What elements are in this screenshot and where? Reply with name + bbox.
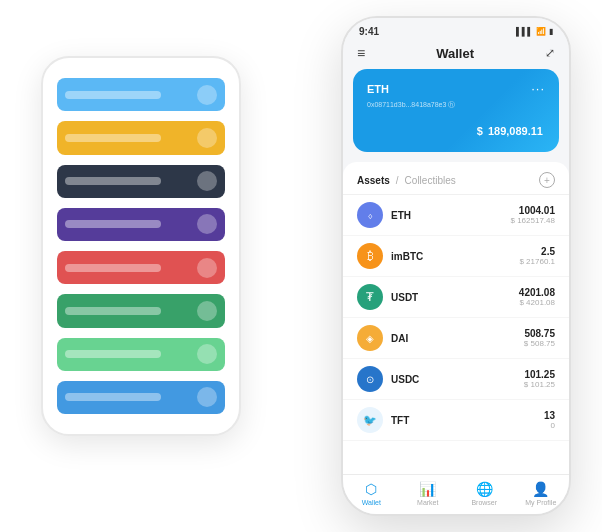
phone-header: ≡ Wallet ⤢: [343, 41, 569, 69]
bottom-nav: ⬡ Wallet 📊 Market 🌐 Browser 👤 My Profile: [343, 474, 569, 514]
eth-usd: $ 162517.48: [511, 216, 556, 225]
usdt-icon: ₮: [357, 284, 383, 310]
asset-item-tft[interactable]: 🐦 TFT 13 0: [343, 400, 569, 441]
usdt-asset-name: USDT: [391, 292, 519, 303]
imbtc-usd: $ 21760.1: [519, 257, 555, 266]
main-phone: 9:41 ▌▌▌ 📶 ▮ ≡ Wallet ⤢ ETH ··· 0x08711d…: [341, 16, 571, 516]
dai-icon: ◈: [357, 325, 383, 351]
tab-separator: /: [396, 175, 399, 186]
wifi-icon: 📶: [536, 27, 546, 36]
expand-icon[interactable]: ⤢: [545, 46, 555, 60]
eth-label: ETH: [367, 83, 389, 95]
bg-card-0: [57, 78, 225, 111]
tab-assets[interactable]: Assets: [357, 175, 390, 186]
imbtc-asset-name: imBTC: [391, 251, 519, 262]
currency-symbol: $: [477, 125, 486, 137]
eth-card[interactable]: ETH ··· 0x08711d3b...8418a78e3 ⓗ $ 189,0…: [353, 69, 559, 152]
market-nav-label: Market: [417, 499, 438, 506]
nav-market[interactable]: 📊 Market: [400, 481, 457, 506]
bg-card-5: [57, 294, 225, 327]
eth-amount: 1004.01: [511, 205, 556, 216]
bg-card-7: [57, 381, 225, 414]
usdc-amounts: 101.25 $ 101.25: [524, 369, 555, 389]
wallet-nav-label: Wallet: [362, 499, 381, 506]
signal-icon: ▌▌▌: [516, 27, 533, 36]
eth-amounts: 1004.01 $ 162517.48: [511, 205, 556, 225]
bg-card-2: [57, 165, 225, 198]
phone-content: ETH ··· 0x08711d3b...8418a78e3 ⓗ $ 189,0…: [343, 69, 569, 474]
eth-address: 0x08711d3b...8418a78e3 ⓗ: [367, 100, 545, 110]
bg-card-3: [57, 208, 225, 241]
status-time: 9:41: [359, 26, 379, 37]
imbtc-amounts: 2.5 $ 21760.1: [519, 246, 555, 266]
nav-browser[interactable]: 🌐 Browser: [456, 481, 513, 506]
status-bar: 9:41 ▌▌▌ 📶 ▮: [343, 18, 569, 41]
profile-nav-icon: 👤: [532, 481, 549, 497]
browser-nav-label: Browser: [471, 499, 497, 506]
assets-tabs: Assets / Collectibles: [357, 175, 456, 186]
imbtc-amount: 2.5: [519, 246, 555, 257]
asset-item-imbtc[interactable]: ₿ imBTC 2.5 $ 21760.1: [343, 236, 569, 277]
eth-icon: ⬨: [357, 202, 383, 228]
usdt-amounts: 4201.08 $ 4201.08: [519, 287, 555, 307]
usdt-amount: 4201.08: [519, 287, 555, 298]
battery-icon: ▮: [549, 27, 553, 36]
nav-profile[interactable]: 👤 My Profile: [513, 481, 570, 506]
bg-card-6: [57, 338, 225, 371]
asset-item-usdt[interactable]: ₮ USDT 4201.08 $ 4201.08: [343, 277, 569, 318]
nav-wallet[interactable]: ⬡ Wallet: [343, 481, 400, 506]
scene: 9:41 ▌▌▌ 📶 ▮ ≡ Wallet ⤢ ETH ··· 0x08711d…: [21, 16, 581, 516]
tft-icon: 🐦: [357, 407, 383, 433]
dai-amount: 508.75: [524, 328, 555, 339]
imbtc-icon: ₿: [357, 243, 383, 269]
browser-nav-icon: 🌐: [476, 481, 493, 497]
usdc-usd: $ 101.25: [524, 380, 555, 389]
eth-card-top: ETH ···: [367, 81, 545, 96]
tab-collectibles[interactable]: Collectibles: [405, 175, 456, 186]
usdc-icon: ⊙: [357, 366, 383, 392]
dai-amounts: 508.75 $ 508.75: [524, 328, 555, 348]
menu-icon[interactable]: ≡: [357, 45, 365, 61]
tft-amounts: 13 0: [544, 410, 555, 430]
wallet-nav-icon: ⬡: [365, 481, 377, 497]
asset-item-eth[interactable]: ⬨ ETH 1004.01 $ 162517.48: [343, 195, 569, 236]
wallet-title: Wallet: [436, 46, 474, 61]
market-nav-icon: 📊: [419, 481, 436, 497]
background-phone: [41, 56, 241, 436]
bg-card-4: [57, 251, 225, 284]
add-asset-button[interactable]: +: [539, 172, 555, 188]
bg-card-1: [57, 121, 225, 154]
eth-more-icon[interactable]: ···: [531, 81, 545, 96]
asset-item-usdc[interactable]: ⊙ USDC 101.25 $ 101.25: [343, 359, 569, 400]
asset-list: ⬨ ETH 1004.01 $ 162517.48 ₿ imBTC 2.5: [343, 195, 569, 474]
usdc-amount: 101.25: [524, 369, 555, 380]
assets-section: Assets / Collectibles + ⬨ ETH 1004.01 $ …: [343, 162, 569, 474]
balance-value: 189,089.11: [488, 125, 543, 137]
assets-header: Assets / Collectibles +: [343, 162, 569, 195]
profile-nav-label: My Profile: [525, 499, 556, 506]
eth-balance: $ 189,089.11: [367, 118, 545, 140]
usdc-asset-name: USDC: [391, 374, 524, 385]
dai-asset-name: DAI: [391, 333, 524, 344]
tft-amount: 13: [544, 410, 555, 421]
usdt-usd: $ 4201.08: [519, 298, 555, 307]
eth-asset-name: ETH: [391, 210, 511, 221]
tft-usd: 0: [544, 421, 555, 430]
dai-usd: $ 508.75: [524, 339, 555, 348]
status-icons: ▌▌▌ 📶 ▮: [516, 27, 553, 36]
asset-item-dai[interactable]: ◈ DAI 508.75 $ 508.75: [343, 318, 569, 359]
tft-asset-name: TFT: [391, 415, 544, 426]
